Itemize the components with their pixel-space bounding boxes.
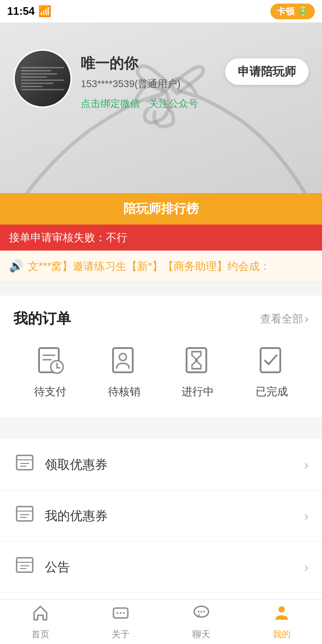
ranking-label: 陪玩师排行榜: [123, 200, 199, 217]
menu-item-get-coupon[interactable]: 领取优惠券 ›: [0, 439, 322, 490]
svg-point-29: [123, 612, 125, 614]
profile-info: 唯一的你 153****3539(普通用户) 点击绑定微信 关注公众号: [81, 54, 198, 110]
avatar: [13, 49, 72, 108]
bind-wechat-link[interactable]: 点击绑定微信: [81, 97, 140, 110]
menu-item-my-coupons[interactable]: 我的优惠券 ›: [0, 490, 322, 542]
nav-home[interactable]: 首页: [0, 604, 81, 640]
announcement-label: 公告: [45, 559, 70, 576]
mine-icon: [273, 604, 291, 626]
signal-icon: 📶: [38, 5, 52, 18]
status-time: 11:54: [7, 5, 35, 18]
nav-about-label: 关于: [112, 628, 130, 640]
profile-links: 点击绑定微信 关注公众号: [81, 97, 198, 110]
svg-rect-11: [261, 348, 280, 372]
speaker-icon: 🔊: [9, 259, 23, 273]
my-coupons-label: 我的优惠券: [45, 507, 108, 525]
profile-header: 唯一的你 153****3539(普通用户) 点击绑定微信 关注公众号 申请陪玩…: [0, 22, 322, 193]
order-completed[interactable]: 已完成: [254, 342, 290, 399]
svg-rect-16: [17, 507, 33, 521]
nav-chat-label: 聊天: [192, 628, 210, 640]
svg-point-32: [200, 611, 202, 613]
coupon-get-icon: [13, 453, 36, 476]
view-all-orders-button[interactable]: 查看全部 ›: [260, 312, 309, 326]
in-progress-icon: [182, 344, 213, 376]
svg-point-7: [119, 353, 126, 361]
order-pending-verification[interactable]: 待核销: [106, 342, 142, 399]
profile-name: 唯一的你: [81, 54, 198, 74]
status-right: 卡顿 🔋: [270, 4, 315, 19]
nav-home-label: 首页: [31, 628, 49, 640]
pending-payment-label: 待支付: [34, 384, 66, 399]
svg-point-33: [203, 611, 205, 613]
nav-mine[interactable]: 我的: [242, 604, 322, 640]
completed-label: 已完成: [256, 384, 288, 399]
svg-rect-20: [17, 558, 33, 572]
svg-point-27: [117, 612, 118, 614]
order-pending-payment[interactable]: 待支付: [32, 342, 68, 399]
chevron-right-icon-3: ›: [304, 560, 309, 575]
chevron-right-icon-2: ›: [304, 508, 309, 524]
in-progress-label: 进行中: [182, 384, 214, 399]
home-icon: [31, 604, 49, 626]
nav-chat[interactable]: 聊天: [161, 604, 242, 640]
status-bar: 11:54 📶 卡顿 🔋: [0, 0, 322, 22]
get-coupon-label: 领取优惠券: [45, 456, 108, 473]
nav-about[interactable]: 关于: [81, 604, 161, 640]
ranking-banner[interactable]: 陪玩师排行榜: [0, 193, 322, 225]
nav-mine-label: 我的: [273, 628, 291, 640]
pending-verification-icon: [109, 344, 140, 376]
battery-icon: 🔋: [297, 6, 309, 17]
svg-point-34: [278, 606, 285, 613]
completed-icon: [256, 344, 287, 376]
orders-card: 我的订单 查看全部 › 待支付: [0, 296, 322, 417]
my-coupon-icon: [13, 504, 36, 528]
orders-grid: 待支付 待核销: [13, 342, 309, 399]
svg-point-31: [198, 611, 200, 613]
orders-header: 我的订单 查看全部 ›: [13, 309, 309, 329]
scroll-notice: 🔊 文***窝】邀请练习生【新*】【商务助理】约会成：: [0, 251, 322, 282]
error-text: 接单申请审核失败：不行: [9, 230, 127, 245]
battery-label: 卡顿: [277, 5, 295, 18]
chevron-right-icon: ›: [305, 313, 309, 325]
bottom-nav: 首页 关于 聊天: [0, 599, 322, 644]
chat-icon: [192, 604, 210, 626]
orders-title: 我的订单: [13, 309, 71, 329]
error-notice: 接单申请审核失败：不行: [0, 225, 322, 251]
status-left: 11:54 📶: [7, 5, 52, 18]
svg-point-28: [120, 612, 122, 614]
order-in-progress[interactable]: 进行中: [180, 342, 216, 399]
scroll-text: 文***窝】邀请练习生【新*】【商务助理】约会成：: [28, 259, 270, 273]
menu-item-announcement[interactable]: 公告 ›: [0, 542, 322, 593]
pending-verification-label: 待核销: [108, 384, 140, 399]
profile-phone: 153****3539(普通用户): [81, 77, 198, 91]
follow-account-link[interactable]: 关注公众号: [149, 97, 198, 110]
apply-companion-button[interactable]: 申请陪玩师: [225, 58, 309, 85]
chevron-right-icon-1: ›: [304, 457, 309, 472]
section-gap-2: [0, 417, 322, 430]
pending-payment-icon: [35, 344, 66, 376]
section-gap: [0, 282, 322, 296]
svg-rect-12: [17, 455, 33, 470]
about-icon: [112, 604, 130, 626]
announcement-icon: [13, 555, 36, 579]
